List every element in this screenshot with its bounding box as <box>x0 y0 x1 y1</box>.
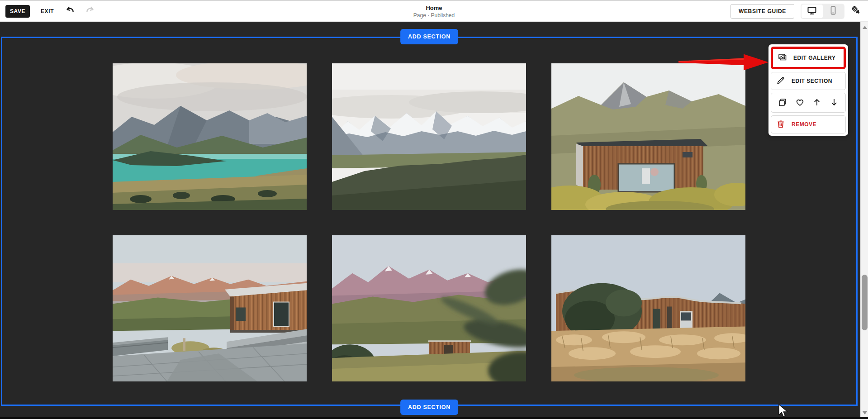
lake-photo-illustration <box>113 63 307 210</box>
editor-toolbar: SAVE EXIT Home Page · Published WEBSITE … <box>0 0 868 22</box>
remove-label: REMOVE <box>792 121 816 128</box>
page-info: Home Page · Published <box>413 4 455 18</box>
toolbar-right-group: WEBSITE GUIDE <box>730 1 862 21</box>
gallery-icon <box>778 53 787 63</box>
arrow-up-icon <box>812 98 821 108</box>
mobile-view-button[interactable] <box>823 5 844 18</box>
scroll-down-icon <box>863 411 867 414</box>
add-section-bottom-button[interactable]: ADD SECTION <box>400 400 458 415</box>
edit-gallery-label: EDIT GALLERY <box>793 55 836 61</box>
scroll-up-icon <box>863 26 867 29</box>
meadow-building-photo-illustration <box>551 235 745 381</box>
desktop-view-button[interactable] <box>802 5 823 18</box>
paintbrush-icon <box>851 5 862 17</box>
page-status: Page · Published <box>413 12 455 18</box>
edit-gallery-button[interactable]: EDIT GALLERY <box>773 49 844 67</box>
desktop-monitor-icon <box>807 5 817 17</box>
favorite-section-button[interactable] <box>794 97 805 108</box>
add-section-top-button[interactable]: ADD SECTION <box>400 29 458 44</box>
gallery-grid <box>113 63 745 381</box>
duplicate-section-button[interactable] <box>777 97 788 108</box>
device-preview-toggle <box>801 4 844 19</box>
site-styles-button[interactable] <box>851 5 862 17</box>
gallery-image-5[interactable] <box>332 235 526 381</box>
edit-section-button[interactable]: EDIT SECTION <box>771 72 846 90</box>
save-button[interactable]: SAVE <box>5 5 30 18</box>
scrollbar-thumb[interactable] <box>862 275 868 330</box>
gallery-image-6[interactable] <box>551 235 745 381</box>
gallery-image-1[interactable] <box>113 63 307 210</box>
move-section-up-button[interactable] <box>811 97 822 108</box>
remove-section-button[interactable]: REMOVE <box>771 115 846 133</box>
gallery-image-4[interactable] <box>113 235 307 381</box>
cabin-window-photo-illustration <box>551 63 745 210</box>
hills-cabin-photo-illustration <box>332 235 526 381</box>
trash-icon <box>776 119 785 130</box>
scroll-down-button[interactable] <box>861 409 868 416</box>
snowy-range-photo-illustration <box>332 63 526 210</box>
page-title: Home <box>413 4 455 11</box>
duplicate-icon <box>778 98 787 108</box>
undo-icon <box>65 5 75 17</box>
arrow-down-icon <box>830 98 839 108</box>
mobile-phone-icon <box>828 5 838 17</box>
section-context-menu: EDIT GALLERY EDIT SECTION <box>768 44 848 136</box>
gallery-image-2[interactable] <box>332 63 526 210</box>
editor-canvas: ADD SECTION ADD SECTION <box>0 22 860 419</box>
toolbar-left-group: SAVE EXIT <box>5 1 95 21</box>
move-section-down-button[interactable] <box>829 97 840 108</box>
heart-icon <box>795 98 805 108</box>
section-actions-row <box>771 93 846 113</box>
edit-section-label: EDIT SECTION <box>792 78 832 84</box>
scroll-up-button[interactable] <box>861 24 868 31</box>
undo-button[interactable] <box>65 5 75 17</box>
scrollbar-track[interactable] <box>860 22 868 419</box>
redo-icon <box>85 5 95 17</box>
exit-button[interactable]: EXIT <box>41 8 54 14</box>
website-guide-button[interactable]: WEBSITE GUIDE <box>730 4 794 19</box>
window-bottom-edge <box>0 417 868 419</box>
terrace-house-photo-illustration <box>113 235 307 381</box>
redo-button[interactable] <box>85 5 95 17</box>
pencil-icon <box>776 76 785 86</box>
annotation-highlight-box: EDIT GALLERY <box>771 47 846 69</box>
squarespace-editor: SAVE EXIT Home Page · Published WEBSITE … <box>0 0 868 419</box>
gallery-image-3[interactable] <box>551 63 745 210</box>
